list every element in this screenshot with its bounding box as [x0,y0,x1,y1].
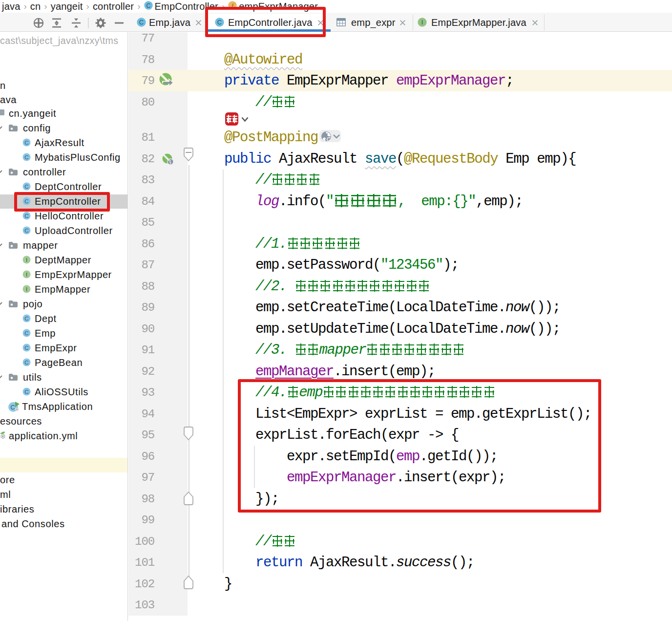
svg-text:C: C [24,154,28,160]
svg-text:C: C [24,184,28,190]
svg-text:C: C [24,140,28,146]
svg-text:C: C [24,389,28,395]
svg-text:C: C [24,360,28,365]
svg-text:C: C [24,213,28,219]
svg-text:I: I [26,257,27,263]
svg-text:C: C [24,345,28,351]
svg-text:C: C [139,19,144,26]
svg-text:C: C [24,316,28,321]
svg-text:C: C [24,330,28,336]
svg-text:I: I [26,286,27,292]
svg-text:C: C [146,2,150,9]
svg-text:C: C [10,404,15,411]
svg-text:I: I [421,19,423,26]
svg-text:C: C [24,228,28,234]
svg-text:I: I [26,272,27,278]
